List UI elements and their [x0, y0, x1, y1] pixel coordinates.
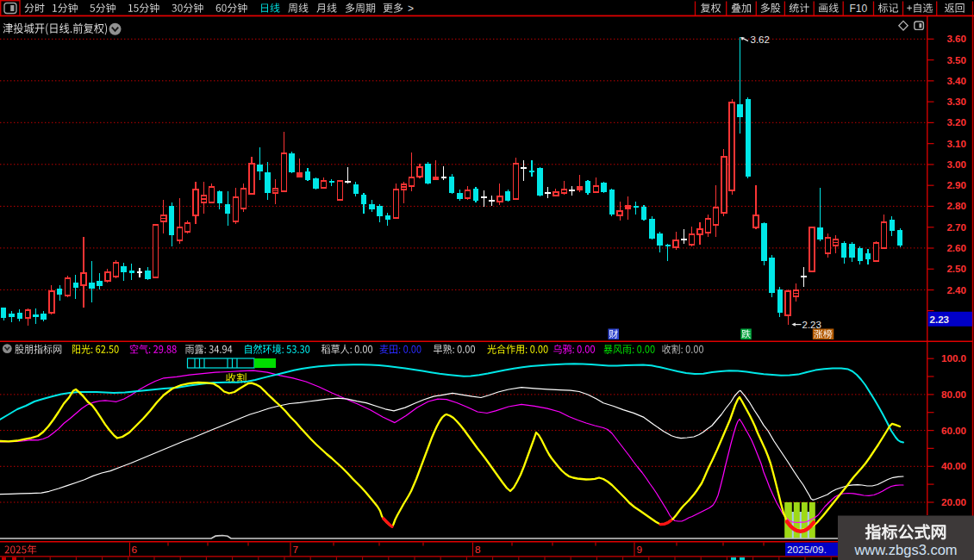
svg-text:20.00: 20.00 [941, 496, 966, 507]
svg-text:3.20: 3.20 [946, 116, 966, 128]
svg-text:6: 6 [132, 544, 138, 556]
svg-text:3.60: 3.60 [946, 33, 966, 44]
svg-text:7: 7 [293, 544, 299, 556]
svg-text:www.zbgs3.com: www.zbgs3.com [853, 542, 957, 557]
svg-text:60.00: 60.00 [941, 425, 966, 436]
svg-text:9: 9 [637, 544, 643, 556]
svg-text:2025/09.: 2025/09. [787, 544, 827, 556]
svg-text:3.40: 3.40 [946, 75, 966, 86]
svg-text:40.00: 40.00 [941, 460, 966, 471]
svg-text:80.00: 80.00 [941, 389, 966, 400]
svg-text:>: > [408, 3, 414, 15]
svg-text:2.80: 2.80 [946, 200, 966, 211]
svg-text:3.30: 3.30 [946, 96, 966, 107]
svg-text:3.10: 3.10 [946, 138, 966, 149]
svg-text:2.60: 2.60 [946, 242, 966, 253]
svg-text:2.50: 2.50 [946, 263, 966, 274]
svg-text:2.90: 2.90 [946, 179, 966, 190]
svg-text:F10: F10 [849, 3, 867, 15]
svg-text:3.62: 3.62 [751, 34, 770, 45]
svg-text:2.40: 2.40 [946, 284, 966, 296]
svg-text:2.23: 2.23 [802, 320, 821, 330]
svg-text:2.70: 2.70 [946, 221, 966, 233]
svg-text:2.23: 2.23 [930, 314, 950, 325]
svg-text:8: 8 [475, 544, 481, 556]
svg-text:100.0: 100.0 [941, 352, 966, 364]
svg-text:3.00: 3.00 [946, 159, 966, 170]
svg-text:3.50: 3.50 [946, 54, 966, 65]
